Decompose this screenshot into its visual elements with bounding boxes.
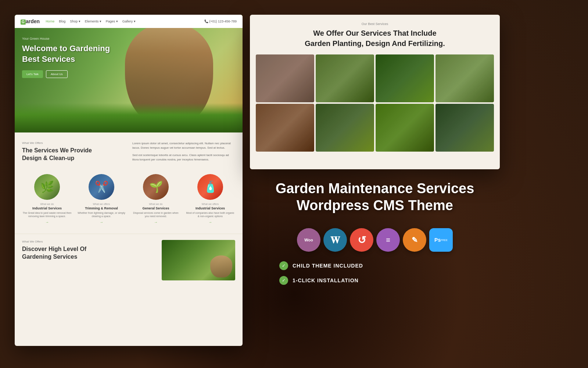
navbar: Garden Home Blog Shop ▾ Elements ▾ Pages… [15, 15, 243, 28]
hero-content: Your Green House Welcome to GardeningBes… [22, 37, 110, 78]
left-preview-card: Garden Home Blog Shop ▾ Elements ▾ Pages… [15, 15, 243, 346]
services-body: Lorem ipsum dolor sit amet, consectetur … [132, 141, 235, 168]
feature-label-1: CHILD THEME INCLUDED [293, 263, 363, 269]
nav-phone: 📞 (+01) 123-456-789 [204, 20, 237, 23]
grid-image-3 [376, 54, 434, 102]
theme-title-text: Garden Maintenance Services Wordpress CM… [250, 180, 500, 214]
bottom-image [162, 240, 235, 280]
card-tag-2: What we offers [76, 203, 126, 205]
refresh-icon: ↺ [350, 228, 373, 252]
card-arrow-3[interactable]: → [154, 220, 158, 224]
right-header-tag: Our Best Services [265, 22, 485, 26]
service-card-4: What we offers Industrial Services Most … [185, 174, 235, 225]
wordpress-icon: 𝐖 [323, 228, 347, 252]
bottom-section: What We Offers Discover High Level OfGar… [15, 234, 243, 286]
services-para-1: Lorem ipsum dolor sit amet, consectetur … [132, 141, 235, 150]
nav-links: Home Blog Shop ▾ Elements ▾ Pages ▾ Gall… [46, 20, 136, 23]
card-tag-1: What we do [22, 203, 72, 205]
service-icon-1 [34, 174, 60, 200]
services-section: What We Offers The Services We ProvideDe… [15, 132, 243, 234]
nav-home[interactable]: Home [46, 20, 54, 23]
logo-icon: G [21, 20, 26, 25]
feature-label-2: 1-CLICK INSTALLATION [293, 277, 359, 283]
service-icon-3 [143, 174, 169, 200]
site-logo: Garden [21, 18, 40, 25]
feature-one-click: ✓ 1-CLICK INSTALLATION [250, 276, 500, 285]
card-arrow-1[interactable]: → [45, 220, 49, 224]
hero-greenery [15, 103, 243, 132]
service-card-1: What we do Industrial Services The Great… [22, 174, 72, 225]
nav-pages[interactable]: Pages ▾ [106, 20, 118, 23]
nav-shop[interactable]: Shop ▾ [70, 20, 80, 23]
services-para-2: Sed est scelerisque lobortis at cursus a… [132, 153, 235, 162]
services-left-col: What We Offers The Services We ProvideDe… [22, 141, 125, 168]
card-desc-2: Whether from lightning damage, or simply… [76, 211, 126, 219]
services-title: The Services We ProvideDesign & Clean-up [22, 147, 125, 162]
nav-gallery[interactable]: Gallery ▾ [122, 20, 136, 23]
editorskit-icon: ✎ [403, 228, 426, 252]
feature-child-theme: ✓ CHILD THEME INCLUDED [250, 261, 500, 270]
card-name-2: Trimming & Removal [76, 206, 126, 210]
right-header-title: We Offer Our Services That IncludeGarden… [265, 28, 485, 49]
grid-image-4 [435, 54, 494, 102]
bottom-text: What We Offers Discover High Level OfGar… [22, 240, 156, 280]
woocommerce-icon: Woo [297, 228, 320, 252]
services-layout: What We Offers The Services We ProvideDe… [22, 141, 235, 168]
bottom-tag: What We Offers [22, 240, 156, 243]
hero-title: Welcome to GardeningBest Services [22, 43, 110, 64]
service-card-2: What we offers Trimming & Removal Whethe… [76, 174, 126, 225]
card-arrow-2[interactable]: → [100, 220, 103, 224]
grid-image-2 [316, 54, 374, 102]
card-desc-4: Most of companies also have both organic… [185, 211, 235, 219]
service-card-3: What we do General Services Disposal ser… [131, 174, 181, 225]
grid-image-5 [256, 104, 314, 152]
service-icon-4 [197, 174, 223, 200]
hero-buttons: Let's Talk About Us [22, 70, 110, 78]
card-tag-3: What we do [131, 203, 181, 205]
about-us-button[interactable]: About Us [46, 70, 68, 78]
card-desc-3: Disposal services come in garden when yo… [131, 211, 181, 219]
nav-elements[interactable]: Elements ▾ [85, 20, 101, 23]
services-tag: What We Offers [22, 141, 125, 145]
elementor-icon: ≡ [376, 228, 400, 252]
check-icon-1: ✓ [279, 261, 288, 270]
grid-image-7 [376, 104, 434, 152]
main-theme-title: Garden Maintenance Services Wordpress CM… [250, 180, 500, 214]
hero-subtitle: Your Green House [22, 37, 110, 40]
right-card-header: Our Best Services We Offer Our Services … [250, 15, 500, 54]
features-list: ✓ CHILD THEME INCLUDED ✓ 1-CLICK INSTALL… [250, 261, 500, 291]
card-tag-4: What we offers [185, 203, 235, 205]
service-cards: What we do Industrial Services The Great… [22, 174, 235, 225]
hero-section: Garden Home Blog Shop ▾ Elements ▾ Pages… [15, 15, 243, 132]
check-icon-2: ✓ [279, 276, 288, 285]
card-name-1: Industrial Services [22, 206, 72, 210]
grid-image-6 [316, 104, 374, 152]
card-arrow-4[interactable]: → [208, 220, 212, 224]
grid-image-1 [256, 54, 314, 102]
right-preview-card: Our Best Services We Offer Our Services … [250, 15, 500, 169]
card-desc-1: The Great idea to yard waste removal the… [22, 211, 72, 219]
nav-blog[interactable]: Blog [59, 20, 65, 23]
card-name-4: Industrial Services [185, 206, 235, 210]
tech-icons-row: Woo 𝐖 ↺ ≡ ✎ PsFREE [250, 228, 500, 252]
photoshop-icon: PsFREE [429, 228, 453, 252]
service-icon-2 [89, 174, 114, 200]
card-name-3: General Services [131, 206, 181, 210]
grid-image-8 [435, 104, 494, 152]
services-image-grid [250, 54, 500, 158]
lets-talk-button[interactable]: Let's Talk [22, 70, 43, 78]
bottom-title: Discover High Level OfGardening Services [22, 245, 156, 261]
